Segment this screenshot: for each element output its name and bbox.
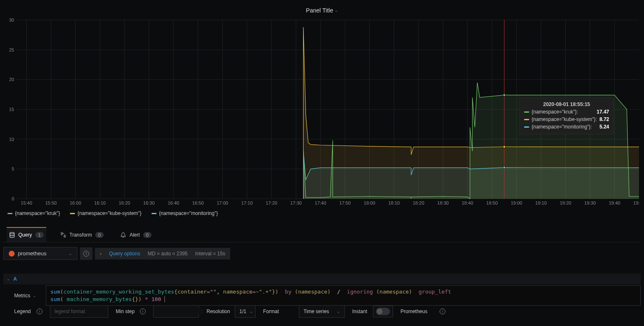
svg-text:15:50: 15:50 bbox=[45, 200, 57, 205]
instant-switch-wrap bbox=[373, 306, 393, 317]
chart-legend: {namespace="kruk"} {namespace="kube-syst… bbox=[7, 210, 218, 216]
tab-badge: 0 bbox=[143, 232, 152, 238]
svg-text:18:20: 18:20 bbox=[413, 200, 425, 205]
database-icon bbox=[9, 232, 15, 238]
legend-input[interactable] bbox=[55, 309, 100, 314]
tab-alert[interactable]: Alert 0 bbox=[118, 227, 154, 242]
query-option-md: MD = auto = 2395 bbox=[148, 251, 188, 257]
query-editor-row: Metrics ⌄ sum(container_memory_working_s… bbox=[10, 285, 641, 306]
resolution-select[interactable]: 1/1 ⌄ bbox=[235, 305, 256, 318]
tab-query[interactable]: Query 1 bbox=[7, 227, 46, 242]
svg-text:16:10: 16:10 bbox=[94, 200, 106, 205]
panel-title[interactable]: Panel Title ⌄ bbox=[306, 7, 338, 14]
transform-icon bbox=[60, 232, 66, 238]
swatch-icon bbox=[7, 213, 12, 214]
chevron-down-icon: ⌄ bbox=[7, 277, 10, 281]
svg-text:19:30: 19:30 bbox=[584, 200, 596, 205]
swatch-icon bbox=[524, 111, 529, 113]
tooltip-label: {namespace="kruk"}: bbox=[532, 108, 578, 116]
svg-text:16:20: 16:20 bbox=[119, 200, 130, 205]
info-icon[interactable]: i bbox=[37, 309, 42, 314]
svg-text:18:00: 18:00 bbox=[364, 200, 375, 205]
panel-tabs: Query 1 Transform 0 Alert 0 bbox=[3, 226, 641, 242]
tooltip-row: {namespace="kruk"}: 17.47 bbox=[524, 108, 609, 116]
tab-badge: 0 bbox=[95, 232, 104, 238]
svg-text:19:: 19: bbox=[633, 200, 639, 205]
svg-text:19:40: 19:40 bbox=[609, 200, 620, 205]
svg-text:17:20: 17:20 bbox=[266, 200, 277, 205]
tab-label: Transform bbox=[70, 232, 92, 238]
chart-tooltip: 2020-08-01 18:55:15 {namespace="kruk"}: … bbox=[520, 98, 614, 134]
svg-text:30: 30 bbox=[9, 17, 14, 22]
svg-text:19:00: 19:00 bbox=[511, 200, 522, 205]
bell-icon bbox=[120, 232, 126, 238]
svg-point-69 bbox=[10, 232, 15, 234]
svg-text:15:40: 15:40 bbox=[21, 200, 32, 205]
datasource-name: prometheus bbox=[18, 250, 47, 257]
tab-badge: 1 bbox=[35, 232, 44, 238]
promql-input[interactable]: sum(container_memory_working_set_bytes{c… bbox=[46, 285, 641, 306]
query-options-label: Query options bbox=[109, 251, 140, 257]
swatch-icon bbox=[524, 126, 529, 128]
svg-text:15: 15 bbox=[9, 107, 14, 112]
svg-text:5: 5 bbox=[12, 166, 14, 171]
svg-text:18:40: 18:40 bbox=[462, 200, 473, 205]
tab-label: Query bbox=[18, 232, 32, 238]
metrics-label[interactable]: Metrics ⌄ bbox=[10, 285, 42, 306]
query-option-interval: Interval = 15s bbox=[195, 251, 225, 257]
tooltip-value: 5.24 bbox=[599, 123, 609, 131]
query-header: prometheus ⌄ ? › Query options MD = auto… bbox=[3, 247, 641, 260]
legend-item[interactable]: {namespace="kruk"} bbox=[7, 210, 60, 216]
svg-point-67 bbox=[503, 146, 505, 148]
svg-text:18:50: 18:50 bbox=[486, 200, 498, 205]
svg-text:16:50: 16:50 bbox=[192, 200, 204, 205]
svg-point-68 bbox=[503, 166, 505, 169]
svg-text:17:50: 17:50 bbox=[339, 200, 351, 205]
legend-label: {namespace="kruk"} bbox=[15, 210, 60, 216]
chevron-down-icon: ⌄ bbox=[250, 309, 253, 314]
instant-switch[interactable] bbox=[376, 308, 390, 315]
minstep-input-wrap bbox=[153, 305, 199, 318]
query-controls-row: Legend i Min step i Resolution 1/1 ⌄ For… bbox=[10, 305, 641, 318]
legend-label: {namespace="monitoring"} bbox=[159, 210, 218, 216]
svg-text:16:00: 16:00 bbox=[70, 200, 81, 205]
minstep-input[interactable] bbox=[158, 309, 204, 314]
svg-text:16:40: 16:40 bbox=[168, 200, 179, 205]
svg-text:17:40: 17:40 bbox=[315, 200, 326, 205]
svg-text:17:30: 17:30 bbox=[290, 200, 302, 205]
minstep-label: Min step i bbox=[112, 306, 150, 317]
query-a-header[interactable]: ⌄ A bbox=[3, 274, 641, 284]
info-icon[interactable]: i bbox=[140, 309, 146, 314]
tooltip-row: {namespace="monitoring"}: 5.24 bbox=[524, 123, 609, 131]
chevron-down-icon: ⌄ bbox=[337, 309, 340, 314]
query-letter: A bbox=[13, 276, 17, 282]
svg-text:17:00: 17:00 bbox=[217, 200, 229, 205]
swatch-icon bbox=[152, 213, 157, 214]
legend-item[interactable]: {namespace="monitoring"} bbox=[152, 210, 218, 216]
tooltip-timestamp: 2020-08-01 18:55:15 bbox=[524, 101, 609, 107]
svg-text:19:10: 19:10 bbox=[535, 200, 547, 205]
tooltip-label: {namespace="monitoring"}: bbox=[532, 123, 592, 131]
svg-text:10: 10 bbox=[9, 137, 14, 142]
tooltip-row: {namespace="kube-system"}: 8.72 bbox=[524, 116, 609, 123]
svg-text:16:30: 16:30 bbox=[143, 200, 155, 205]
svg-text:0: 0 bbox=[12, 196, 14, 201]
prometheus-icon bbox=[9, 251, 15, 257]
chevron-right-icon: › bbox=[100, 251, 102, 257]
datasource-help-button[interactable]: ? bbox=[80, 247, 92, 260]
tab-transform[interactable]: Transform 0 bbox=[58, 227, 106, 242]
datasource-select[interactable]: prometheus ⌄ bbox=[3, 247, 77, 260]
svg-text:17:10: 17:10 bbox=[241, 200, 253, 205]
legend-item[interactable]: {namespace="kube-system"} bbox=[70, 210, 142, 216]
swatch-icon bbox=[524, 119, 529, 120]
tooltip-label: {namespace="kube-system"}: bbox=[532, 116, 597, 123]
tooltip-value: 17.47 bbox=[597, 108, 609, 116]
info-icon[interactable]: i bbox=[440, 309, 445, 314]
query-options-bar[interactable]: › Query options MD = auto = 2395 Interva… bbox=[95, 248, 230, 259]
svg-text:20: 20 bbox=[9, 77, 14, 82]
format-select[interactable]: Time series ⌄ bbox=[299, 305, 345, 318]
tab-label: Alert bbox=[129, 232, 140, 238]
format-label: Format bbox=[259, 306, 296, 317]
legend-label: Legend i bbox=[10, 306, 47, 317]
svg-text:18:10: 18:10 bbox=[388, 200, 400, 205]
